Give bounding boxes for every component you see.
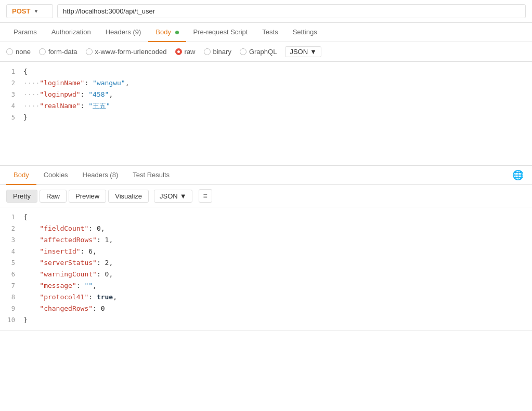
- radio-form-data: [39, 48, 46, 55]
- option-none[interactable]: none: [6, 48, 31, 56]
- tab-params[interactable]: Params: [6, 23, 44, 42]
- format-visualize-button[interactable]: Visualize: [108, 190, 149, 203]
- option-raw[interactable]: raw: [175, 48, 196, 56]
- body-active-dot: [175, 31, 179, 34]
- url-bar: POST ▼: [0, 0, 532, 23]
- json-chevron-icon: ▼: [310, 48, 317, 56]
- radio-graphql: [240, 48, 246, 55]
- resp-line-1: 1 {: [0, 211, 532, 223]
- tab-settings[interactable]: Settings: [286, 23, 325, 42]
- response-code-editor: 1 { 2 "fieldCount": 0, 3 "affectedRows":…: [0, 207, 532, 330]
- req-line-1: 1 {: [0, 66, 532, 77]
- method-label: POST: [12, 7, 30, 15]
- resp-line-10: 10 }: [0, 314, 532, 326]
- req-line-5: 5 }: [0, 112, 532, 123]
- resp-line-3: 3 "affectedRows": 1,: [0, 234, 532, 246]
- resp-line-5: 5 "serverStatus": 2,: [0, 257, 532, 269]
- resp-tab-cookies[interactable]: Cookies: [36, 166, 75, 185]
- format-raw-button[interactable]: Raw: [40, 190, 67, 203]
- resp-line-4: 4 "insertId": 6,: [0, 246, 532, 257]
- resp-tab-body[interactable]: Body: [6, 166, 36, 185]
- radio-binary: [204, 48, 211, 55]
- filter-button[interactable]: ≡: [199, 189, 212, 203]
- method-select[interactable]: POST ▼: [6, 4, 53, 18]
- format-pretty-button[interactable]: Pretty: [6, 190, 37, 203]
- format-preview-button[interactable]: Preview: [69, 190, 106, 203]
- filter-icon: ≡: [203, 192, 207, 200]
- json-type-selector[interactable]: JSON ▼: [285, 46, 321, 57]
- url-input[interactable]: [57, 4, 526, 18]
- resp-tab-test-results[interactable]: Test Results: [125, 166, 177, 185]
- req-line-4: 4 ····"realName": "王五": [0, 100, 532, 112]
- resp-json-selector[interactable]: JSON ▼: [154, 190, 192, 203]
- radio-none: [6, 48, 13, 55]
- resp-json-chevron-icon: ▼: [180, 192, 187, 200]
- req-line-2: 2 ····"loginName": "wangwu",: [0, 77, 532, 89]
- tab-prerequest[interactable]: Pre-request Script: [186, 23, 255, 42]
- tab-authorization[interactable]: Authorization: [44, 23, 98, 42]
- resp-tab-headers[interactable]: Headers (8): [75, 166, 126, 185]
- resp-line-2: 2 "fieldCount": 0,: [0, 223, 532, 234]
- tab-tests[interactable]: Tests: [255, 23, 285, 42]
- req-line-3: 3 ····"loginpwd": "458",: [0, 89, 532, 100]
- option-x-www[interactable]: x-www-form-urlencoded: [86, 48, 167, 56]
- method-chevron-icon: ▼: [33, 8, 38, 14]
- response-section: Body Cookies Headers (8) Test Results 🌐 …: [0, 166, 532, 330]
- option-binary[interactable]: binary: [204, 48, 231, 56]
- resp-line-7: 7 "message": "",: [0, 280, 532, 291]
- option-form-data[interactable]: form-data: [39, 48, 77, 56]
- response-format-bar: Pretty Raw Preview Visualize JSON ▼ ≡: [0, 185, 532, 207]
- radio-raw: [175, 48, 182, 55]
- tab-headers[interactable]: Headers (9): [98, 23, 149, 42]
- option-graphql[interactable]: GraphQL: [240, 48, 277, 56]
- resp-line-6: 6 "warningCount": 0,: [0, 269, 532, 280]
- radio-x-www: [86, 48, 93, 55]
- resp-line-9: 9 "changedRows": 0: [0, 303, 532, 314]
- request-tabs: Params Authorization Headers (9) Body Pr…: [0, 23, 532, 42]
- request-code-editor[interactable]: 1 { 2 ····"loginName": "wangwu", 3 ····"…: [0, 62, 532, 166]
- resp-line-8: 8 "protocol41": true,: [0, 291, 532, 303]
- globe-icon[interactable]: 🌐: [512, 170, 524, 180]
- response-tabs: Body Cookies Headers (8) Test Results 🌐: [0, 166, 532, 185]
- tab-body[interactable]: Body: [148, 23, 186, 42]
- response-right-actions: 🌐: [512, 169, 526, 181]
- body-options: none form-data x-www-form-urlencoded raw…: [0, 42, 532, 62]
